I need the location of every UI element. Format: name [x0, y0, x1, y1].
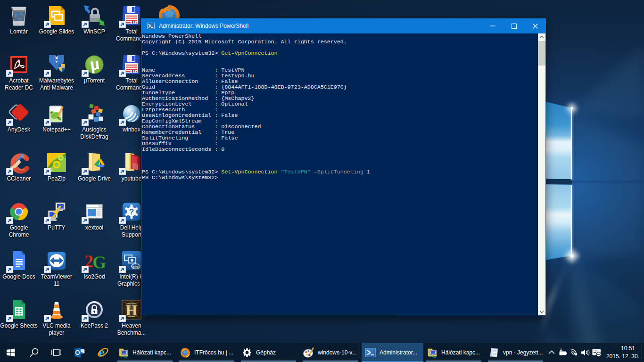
svg-text:G: G — [92, 252, 106, 272]
svg-text:64: 64 — [132, 70, 135, 74]
svg-text:intel: intel — [132, 264, 140, 269]
svg-text:64: 64 — [132, 21, 135, 25]
svg-text:?: ? — [129, 207, 134, 216]
